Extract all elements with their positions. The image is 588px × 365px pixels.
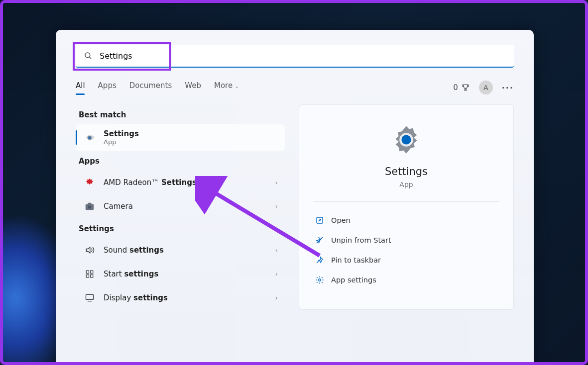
svg-rect-10 <box>86 294 94 299</box>
tab-documents[interactable]: Documents <box>129 81 172 94</box>
chevron-right-icon: › <box>275 246 278 254</box>
action-open[interactable]: Open <box>313 211 499 230</box>
action-pin-taskbar[interactable]: Pin to taskbar <box>313 251 499 270</box>
svg-rect-8 <box>86 275 89 277</box>
user-avatar[interactable]: A <box>479 81 493 94</box>
rewards-badge[interactable]: 0 <box>453 83 470 92</box>
unpin-icon <box>315 236 324 245</box>
result-title: Sound settings <box>104 246 275 255</box>
result-settings-app[interactable]: Settings App <box>76 124 285 151</box>
svg-point-0 <box>85 53 90 58</box>
chevron-right-icon: › <box>275 179 278 186</box>
search-box[interactable] <box>76 45 514 68</box>
speaker-icon <box>83 243 97 257</box>
open-icon <box>315 216 324 225</box>
svg-point-4 <box>88 205 91 208</box>
pin-icon <box>315 256 324 265</box>
camera-icon <box>83 199 97 213</box>
more-options-icon[interactable]: ··· <box>502 83 514 92</box>
section-best-match: Best match <box>79 110 285 119</box>
action-unpin-start[interactable]: Unpin from Start <box>313 231 499 250</box>
result-subtitle: App <box>104 138 278 146</box>
action-app-settings[interactable]: App settings <box>313 271 499 289</box>
search-container <box>76 45 514 68</box>
trophy-icon <box>461 83 470 92</box>
amd-icon <box>83 176 97 189</box>
svg-rect-9 <box>91 275 93 277</box>
gear-large-icon <box>389 123 423 157</box>
chevron-right-icon: › <box>275 294 278 302</box>
tab-apps[interactable]: Apps <box>98 81 117 94</box>
chevron-down-icon: ⌄ <box>235 83 239 90</box>
detail-pane: Settings App Open Unpin from Start Pin t… <box>299 104 514 310</box>
result-title: Settings <box>104 129 278 138</box>
tab-web[interactable]: Web <box>185 81 201 94</box>
result-title: Display settings <box>104 293 275 302</box>
filter-tab-row: All Apps Documents Web More⌄ 0 A ··· <box>76 81 514 94</box>
monitor-icon <box>83 291 97 305</box>
result-title: Camera <box>104 202 275 211</box>
result-sound-settings[interactable]: Sound settings › <box>76 238 285 262</box>
tab-all[interactable]: All <box>76 81 85 94</box>
chevron-right-icon: › <box>275 202 278 210</box>
action-label: Open <box>331 216 351 224</box>
search-icon <box>84 51 93 60</box>
tab-more[interactable]: More⌄ <box>214 81 239 94</box>
result-title: Start settings <box>104 270 275 278</box>
result-title: AMD Radeon™ Settings Lite <box>104 178 275 187</box>
section-apps: Apps <box>79 157 285 166</box>
divider <box>313 201 499 202</box>
detail-subtitle: App <box>313 181 499 188</box>
action-label: Pin to taskbar <box>331 256 381 264</box>
grid-icon <box>83 267 97 281</box>
section-settings: Settings <box>79 224 285 233</box>
svg-line-1 <box>89 57 91 59</box>
search-input[interactable] <box>100 51 506 61</box>
svg-rect-5 <box>88 203 91 205</box>
action-label: Unpin from Start <box>331 236 391 244</box>
result-amd-settings[interactable]: AMD Radeon™ Settings Lite › <box>76 171 285 194</box>
svg-point-17 <box>319 279 321 281</box>
result-display-settings[interactable]: Display settings › <box>76 286 285 310</box>
svg-rect-7 <box>91 271 93 273</box>
results-list: Best match Settings App Apps AMD Radeon™… <box>76 104 285 310</box>
start-search-panel: All Apps Documents Web More⌄ 0 A ··· Bes… <box>56 30 534 365</box>
gear-icon <box>83 131 97 145</box>
chevron-right-icon: › <box>275 270 278 278</box>
result-start-settings[interactable]: Start settings › <box>76 262 285 286</box>
svg-rect-6 <box>86 271 89 273</box>
svg-point-13 <box>401 135 411 144</box>
results-content: Best match Settings App Apps AMD Radeon™… <box>76 104 514 310</box>
action-label: App settings <box>331 276 376 284</box>
svg-line-16 <box>317 261 319 263</box>
result-camera[interactable]: Camera › <box>76 194 285 218</box>
detail-title: Settings <box>313 166 499 178</box>
gear-small-icon <box>315 275 324 284</box>
rewards-count: 0 <box>453 83 458 92</box>
